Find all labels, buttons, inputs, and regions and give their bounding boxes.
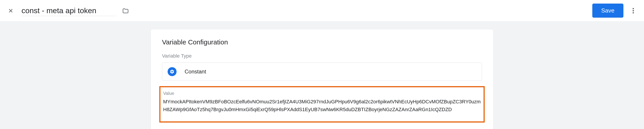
constant-type-icon bbox=[168, 67, 176, 76]
folder-icon bbox=[122, 7, 129, 14]
variable-config-card: Variable Configuration Variable Type Con… bbox=[151, 29, 493, 129]
variable-type-label: Variable Type bbox=[162, 53, 482, 59]
variable-name-input[interactable] bbox=[22, 5, 116, 16]
value-label: Value bbox=[162, 91, 482, 96]
gear-icon bbox=[170, 69, 174, 74]
content-area: Variable Configuration Variable Type Con… bbox=[0, 21, 644, 129]
card-title: Variable Configuration bbox=[162, 38, 482, 46]
more-vertical-icon bbox=[632, 7, 634, 14]
more-options-button[interactable] bbox=[628, 5, 639, 16]
svg-point-2 bbox=[632, 8, 634, 9]
value-text: MYmockAPItokenVM9zBFoBOzcEelfu6vNOmuu2Sr… bbox=[162, 98, 482, 113]
variable-type-name: Constant bbox=[184, 69, 206, 75]
close-button[interactable] bbox=[5, 5, 16, 16]
svg-point-3 bbox=[632, 10, 634, 11]
value-section-highlighted: Value MYmockAPItokenVM9zBFoBOzcEelfu6vNO… bbox=[159, 86, 485, 123]
close-icon bbox=[8, 7, 14, 14]
editor-header: Save bbox=[0, 0, 644, 21]
save-button[interactable]: Save bbox=[592, 3, 624, 18]
svg-point-4 bbox=[632, 12, 634, 13]
variable-type-selector[interactable]: Constant bbox=[162, 62, 482, 81]
folder-button[interactable] bbox=[120, 5, 131, 16]
